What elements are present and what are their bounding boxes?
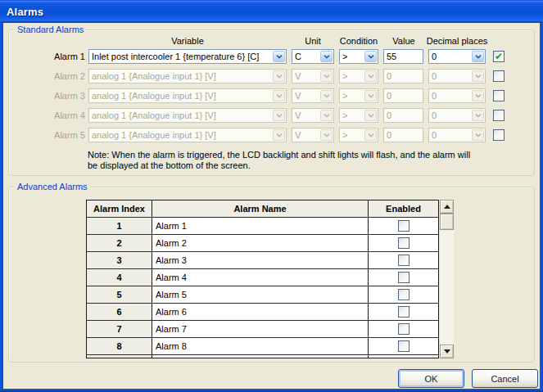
alarm-name-cell[interactable]: Alarm 8 (152, 338, 369, 354)
cancel-button[interactable]: Cancel (472, 369, 538, 388)
table-row: 3 Alarm 3 (87, 252, 438, 269)
header-alarm-index: Alarm Index (87, 201, 152, 217)
variable-value: analog 1 {Analogue input 1} [V] (89, 89, 286, 102)
chevron-down-icon[interactable] (273, 90, 285, 101)
alarm-name-cell[interactable]: Alarm 1 (152, 218, 369, 234)
enabled-checkbox[interactable] (398, 340, 410, 352)
unit-select[interactable]: V (292, 88, 334, 103)
chevron-down-icon[interactable] (472, 90, 484, 101)
alarm-name-cell[interactable]: Alarm 6 (152, 304, 369, 320)
value-input[interactable] (383, 88, 423, 103)
column-header-decimal-places: Decimal places (422, 36, 492, 46)
value-input[interactable] (383, 49, 423, 64)
chevron-down-icon[interactable] (320, 70, 333, 82)
alarm-index-cell: 5 (87, 286, 152, 303)
alarm-index-cell: 7 (87, 321, 152, 337)
alarm-enabled-checkbox[interactable] (493, 51, 505, 62)
alarm-enabled-checkbox[interactable] (493, 90, 505, 101)
alarm-name-cell[interactable]: Alarm 5 (152, 286, 369, 303)
chevron-down-icon[interactable] (273, 129, 285, 141)
variable-select[interactable]: analog 1 {Analogue input 1} [V] (88, 88, 287, 103)
scrollbar-thumb[interactable] (440, 214, 454, 230)
chevron-down-icon[interactable] (364, 110, 377, 121)
decimal-places-select[interactable]: 0 (428, 108, 486, 123)
enabled-checkbox[interactable] (398, 306, 410, 318)
alarm-name-cell[interactable]: Alarm 7 (152, 321, 369, 337)
chevron-down-icon[interactable] (472, 110, 484, 121)
variable-select[interactable]: analog 1 {Analogue input 1} [V] (88, 128, 287, 142)
condition-select[interactable]: > (339, 69, 378, 83)
condition-select[interactable]: > (339, 49, 378, 64)
chevron-down-icon[interactable] (273, 110, 285, 121)
alarm-name-cell[interactable]: Alarm 4 (152, 269, 369, 286)
value-input[interactable] (383, 108, 423, 123)
alarm-note-line-2: be displayed at the bottom of the screen… (88, 160, 251, 171)
scrollbar-down-button[interactable] (440, 345, 454, 358)
scrollbar-up-button[interactable] (440, 200, 454, 214)
chevron-down-icon[interactable] (320, 110, 333, 121)
enabled-checkbox[interactable] (398, 220, 410, 232)
unit-select[interactable]: V (292, 108, 334, 123)
alarm-index-cell: 1 (87, 218, 152, 234)
title-bar[interactable]: Alarms (0, 0, 543, 23)
alarm-row-label: Alarm 2 (31, 69, 85, 83)
chevron-down-icon[interactable] (472, 129, 484, 141)
column-header-variable: Variable (88, 36, 287, 46)
enabled-checkbox[interactable] (398, 323, 410, 335)
enabled-checkbox[interactable] (398, 289, 410, 300)
arrow-down-icon (444, 349, 450, 354)
condition-select[interactable]: > (339, 108, 378, 123)
chevron-down-icon[interactable] (472, 51, 484, 62)
table-row: 1 Alarm 1 (87, 218, 438, 235)
unit-select[interactable]: C (292, 49, 334, 64)
header-enabled: Enabled (369, 201, 438, 217)
alarm-row-label: Alarm 4 (31, 108, 85, 123)
chevron-down-icon[interactable] (320, 90, 333, 101)
alarm-index-cell: 2 (87, 235, 152, 251)
window-title: Alarms (0, 6, 43, 18)
unit-select[interactable]: V (292, 128, 334, 142)
table-row: 4 Alarm 4 (87, 269, 438, 286)
chevron-down-icon[interactable] (273, 51, 285, 62)
enabled-checkbox[interactable] (398, 272, 410, 283)
standard-alarm-row-4: Alarm 4 analog 1 {Analogue input 1} [V] … (0, 108, 543, 123)
table-scrollbar[interactable] (440, 200, 454, 358)
chevron-down-icon[interactable] (320, 51, 333, 62)
enabled-checkbox[interactable] (398, 255, 410, 266)
chevron-down-icon[interactable] (273, 70, 285, 82)
chevron-down-icon[interactable] (320, 129, 333, 141)
chevron-down-icon[interactable] (364, 129, 377, 141)
decimal-places-select[interactable]: 0 (428, 69, 486, 83)
standard-alarm-row-3: Alarm 3 analog 1 {Analogue input 1} [V] … (0, 88, 543, 103)
table-header-row: Alarm Index Alarm Name Enabled (87, 201, 438, 218)
standard-alarm-row-5: Alarm 5 analog 1 {Analogue input 1} [V] … (0, 128, 543, 142)
chevron-down-icon[interactable] (364, 70, 377, 82)
value-input[interactable] (383, 69, 423, 83)
enabled-checkbox[interactable] (398, 237, 410, 249)
alarms-dialog: Alarms Standard Alarms Variable Unit Con… (0, 0, 543, 392)
window-border-bottom (0, 389, 543, 392)
alarm-enabled-checkbox[interactable] (493, 70, 505, 82)
header-alarm-name: Alarm Name (152, 201, 369, 217)
variable-select[interactable]: Inlet post intercooler 1 {temperature 6}… (88, 49, 287, 64)
alarm-name-cell[interactable]: Alarm 2 (152, 235, 369, 251)
variable-select[interactable]: analog 1 {Analogue input 1} [V] (88, 69, 287, 83)
variable-value: analog 1 {Analogue input 1} [V] (89, 128, 286, 142)
condition-select[interactable]: > (339, 128, 378, 142)
decimal-places-select[interactable]: 0 (428, 128, 486, 142)
chevron-down-icon[interactable] (472, 70, 484, 82)
alarm-note-line-1: Note: When the alarm is triggered, the L… (88, 150, 470, 160)
chevron-down-icon[interactable] (364, 51, 377, 62)
alarm-name-cell[interactable]: Alarm 3 (152, 252, 369, 268)
variable-select[interactable]: analog 1 {Analogue input 1} [V] (88, 108, 287, 123)
decimal-places-select[interactable]: 0 (428, 49, 486, 64)
alarm-row-label: Alarm 1 (31, 49, 85, 64)
condition-select[interactable]: > (339, 88, 378, 103)
chevron-down-icon[interactable] (364, 90, 377, 101)
alarm-enabled-checkbox[interactable] (493, 110, 505, 121)
unit-select[interactable]: V (292, 69, 334, 83)
alarm-enabled-checkbox[interactable] (493, 129, 505, 141)
ok-button[interactable]: OK (398, 369, 464, 388)
value-input[interactable] (383, 128, 423, 142)
decimal-places-select[interactable]: 0 (428, 88, 486, 103)
